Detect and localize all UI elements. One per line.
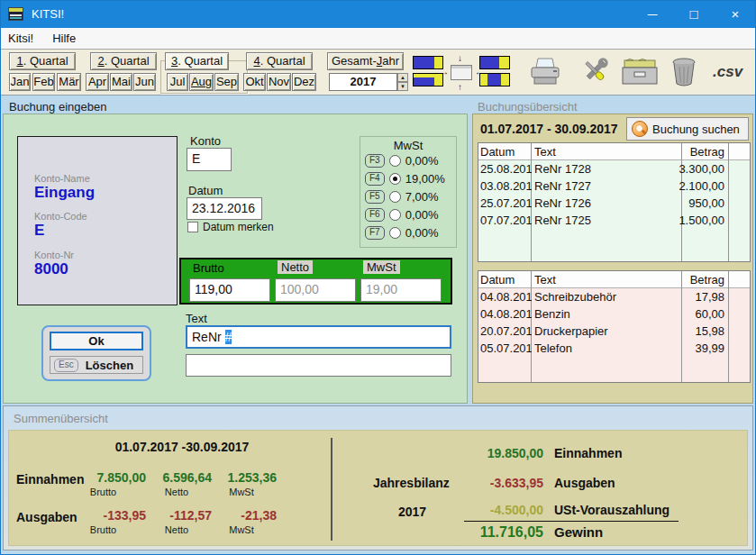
minimize-button[interactable]: ─ [632, 0, 673, 28]
ok-button[interactable]: Ok [50, 332, 143, 350]
month-button-12[interactable]: Dez [292, 73, 316, 91]
table-row[interactable]: 07.07.2017ReNr 17251.500,00 [478, 212, 750, 229]
mwst-radio-f7[interactable] [389, 227, 401, 239]
year-spin-down-icon[interactable]: ▼ [397, 82, 408, 91]
maximize-button[interactable]: □ [673, 0, 715, 28]
window-controls: ─ □ × [632, 0, 756, 28]
quarter-button-5[interactable]: Gesamt-Jahr [327, 52, 404, 70]
summary-panel: Summenübersicht 01.07.2017 -30.09.2017 J… [3, 405, 753, 550]
datum-merken-checkbox[interactable] [187, 222, 198, 232]
table-row[interactable]: 04.08.2017Benzin60,00 [478, 305, 750, 323]
month-button-5[interactable]: Mai [110, 73, 132, 91]
overview-panel-title: Buchungsübersicht [478, 100, 578, 114]
account-info-box: Konto-Name Eingang Konto-Code E Konto-Nr… [17, 136, 178, 305]
f4-key-icon: F4 [365, 172, 385, 186]
col-header-text: Text [534, 273, 676, 287]
year-input[interactable]: 2017 [329, 73, 397, 91]
text-input[interactable]: ReNr # [186, 325, 451, 349]
mwst-radio-f3[interactable] [389, 155, 401, 167]
cell-datum: 03.08.2017 [480, 179, 532, 193]
month-button-10[interactable]: Okt [243, 73, 266, 91]
table-row[interactable]: 20.07.2017Druckerpapier15,98 [478, 323, 750, 340]
month-button-8[interactable]: Aug [189, 73, 214, 91]
mwst-option-f4[interactable]: F419,00% [365, 171, 445, 186]
cell-betrag: 3.300,00 [675, 162, 724, 176]
table-row[interactable]: 04.08.2017Schreibzubehör17,98 [478, 288, 750, 305]
amount-box: Brutto Netto MwSt 119,00 100,00 19,00 [179, 258, 452, 305]
col-header-betrag: Betrag [675, 145, 724, 159]
f5-key-icon: F5 [365, 190, 385, 204]
menu-hilfe[interactable]: Hilfe [52, 32, 76, 45]
cell-betrag: 950,00 [675, 196, 724, 210]
cell-datum: 04.08.2017 [480, 307, 532, 321]
netto-input[interactable]: 100,00 [275, 278, 356, 302]
settings-button[interactable] [578, 57, 612, 91]
delete-all-button[interactable] [669, 55, 701, 93]
csv-export-button[interactable]: .csv [713, 63, 742, 81]
datum-label: Datum [188, 184, 223, 197]
text-input-2[interactable] [186, 354, 451, 377]
text-label: Text [186, 312, 207, 325]
archive-button[interactable] [621, 58, 659, 90]
fit-window-button[interactable]: ↓ ↑ → ← [438, 53, 485, 93]
overview-panel: 01.07.2017 - 30.09.2017 Buchung suchen D… [472, 114, 753, 404]
f3-key-icon: F3 [365, 154, 385, 168]
toolbar: 1. Quartal2. Quartal3. Quartal4. Quartal… [0, 49, 756, 96]
month-button-1[interactable]: Jan [9, 73, 31, 91]
quarter-button-3[interactable]: 3. Quartal [165, 52, 229, 70]
year-spinner[interactable]: ▲ ▼ [397, 73, 408, 91]
mwst-rate-label: 19,00% [405, 172, 445, 186]
print-button[interactable] [527, 57, 563, 91]
summary-value: -112,57 [141, 508, 212, 523]
month-button-6[interactable]: Jun [133, 73, 156, 91]
annual-label: Gewinn [554, 524, 603, 540]
cell-datum: 07.07.2017 [480, 214, 532, 227]
menubar: Kitsi! Hilfe [0, 28, 756, 49]
month-button-2[interactable]: Feb [32, 73, 55, 91]
netto-label: Netto [278, 260, 313, 274]
brutto-input[interactable]: 119,00 [189, 278, 270, 302]
annual-value: -3.633,95 [442, 476, 543, 490]
mwst-radio-f5[interactable] [389, 191, 401, 203]
menu-kitsi[interactable]: Kitsi! [8, 32, 33, 45]
quarter-button-2[interactable]: 2. Quartal [90, 52, 157, 70]
konto-input[interactable]: E [187, 148, 232, 171]
search-booking-button[interactable]: Buchung suchen [626, 117, 749, 141]
month-button-11[interactable]: Nov [267, 73, 291, 91]
mwst-rate-label: 7,00% [405, 190, 439, 204]
f6-key-icon: F6 [365, 208, 385, 222]
mwst-input[interactable]: 19,00 [360, 278, 442, 302]
mwst-option-f3[interactable]: F30,00% [365, 153, 439, 168]
mwst-option-f6[interactable]: F60,00% [365, 207, 439, 222]
quarter-button-1[interactable]: 1. Quartal [9, 52, 76, 70]
entry-panel-title: Buchung eingeben [9, 100, 106, 114]
summary-body: 01.07.2017 -30.09.2017 Jahresbilanz 2017… [8, 430, 748, 546]
cell-datum: 04.08.2017 [480, 290, 532, 304]
date-range-label: 01.07.2017 - 30.09.2017 [480, 122, 618, 136]
month-button-4[interactable]: Apr [86, 73, 109, 91]
mwst-radio-f4[interactable] [389, 173, 401, 185]
mwst-radio-f6[interactable] [389, 209, 401, 221]
mwst-option-f7[interactable]: F70,00% [365, 225, 439, 240]
close-button[interactable]: × [715, 0, 756, 28]
account-nr-value: 8000 [34, 260, 68, 278]
window-layout-right-button[interactable] [479, 56, 510, 86]
month-button-3[interactable]: Mär [57, 73, 81, 91]
table-row[interactable]: 03.08.2017ReNr 17272.100,00 [478, 177, 750, 195]
mwst-rate-label: 0,00% [405, 208, 439, 222]
mwst-rate-label: 0,00% [405, 226, 439, 240]
datum-input[interactable]: 23.12.2016 [187, 197, 262, 220]
datum-merken-label: Datum merken [203, 221, 274, 233]
year-spin-up-icon[interactable]: ▲ [397, 73, 408, 82]
table-row[interactable]: 25.08.2017ReNr 17283.300,00 [478, 160, 750, 177]
esc-key-icon: Esc [54, 359, 78, 372]
table-row[interactable]: 25.07.2017ReNr 1726950,00 [478, 195, 750, 212]
delete-button[interactable]: Esc Löschen [50, 356, 143, 374]
month-button-9[interactable]: Sep [214, 73, 239, 91]
mwst-option-f5[interactable]: F57,00% [365, 189, 439, 204]
month-button-7[interactable]: Jul [167, 73, 188, 91]
text-input-selection: # [225, 330, 232, 344]
table-row[interactable]: 05.07.2017Telefon39,99 [478, 340, 750, 357]
quarter-button-4[interactable]: 4. Quartal [246, 52, 313, 70]
cell-betrag: 39,99 [675, 341, 724, 355]
